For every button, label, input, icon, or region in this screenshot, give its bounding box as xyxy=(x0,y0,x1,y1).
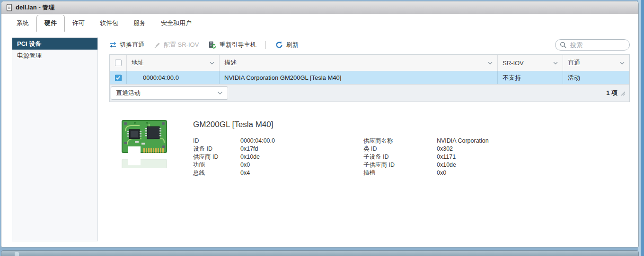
detail-label: 供应商名称 xyxy=(363,137,437,145)
pci-card-image xyxy=(121,118,168,177)
cell-passthrough: 活动 xyxy=(563,71,629,84)
select-all-checkbox[interactable] xyxy=(115,60,122,66)
item-count: 1 项 xyxy=(606,89,618,97)
host-icon xyxy=(6,4,12,11)
window-title: dell.lan - 管理 xyxy=(16,3,54,12)
tab-services[interactable]: 服务 xyxy=(126,15,153,32)
tab-system[interactable]: 系统 xyxy=(9,15,36,32)
column-header-address[interactable]: 地址 xyxy=(127,55,220,71)
select-all-cell xyxy=(110,55,127,71)
detail-value: 0x10de xyxy=(240,153,260,161)
sidebar-item-power-management[interactable]: 电源管理 xyxy=(12,50,97,61)
device-title: GM200GL [Tesla M40] xyxy=(193,120,489,129)
search-input[interactable] xyxy=(569,41,625,49)
table-header-row: 地址 描述 SR-IOV xyxy=(110,55,629,71)
toolbar-separator xyxy=(265,41,266,49)
reboot-host-icon xyxy=(208,41,216,49)
recent-tasks-icon xyxy=(15,252,19,256)
detail-label: 供应商 ID xyxy=(193,153,240,161)
tab-security-users[interactable]: 安全和用户 xyxy=(153,15,199,32)
details-left-column: ID0000:04:00.0 设备 ID0x17fd 供应商 ID0x10de … xyxy=(193,137,363,177)
resize-grip-icon[interactable] xyxy=(620,91,626,96)
detail-label: 插槽 xyxy=(363,169,437,177)
search-icon xyxy=(560,42,566,48)
row-select-cell xyxy=(110,71,127,84)
column-header-passthrough[interactable]: 直通 xyxy=(563,55,629,71)
column-header-sriov[interactable]: SR-IOV xyxy=(498,55,563,71)
tab-licensing[interactable]: 许可 xyxy=(65,15,92,32)
detail-value: 0x302 xyxy=(437,145,453,153)
cell-address: 0000:04:00.0 xyxy=(127,71,220,84)
tab-packages[interactable]: 软件包 xyxy=(92,15,126,32)
detail-label: ID xyxy=(193,137,240,145)
table-filter-bar: 直通活动 1 项 xyxy=(110,85,629,102)
tab-hardware[interactable]: 硬件 xyxy=(36,15,65,32)
toggle-passthrough-button[interactable]: 切换直通 xyxy=(109,41,144,49)
detail-label: 功能 xyxy=(193,161,240,169)
window-titlebar: dell.lan - 管理 xyxy=(1,1,638,14)
detail-value: NVIDIA Corporation xyxy=(437,137,489,145)
row-checkbox[interactable] xyxy=(115,75,122,81)
chevron-down-icon[interactable] xyxy=(488,61,493,65)
table-row[interactable]: 0000:04:00.0 NVIDIA Corporation GM200GL … xyxy=(110,71,629,85)
passthrough-filter-select[interactable]: 直通活动 xyxy=(111,86,228,100)
pencil-icon xyxy=(154,42,161,49)
detail-value: 0x0 xyxy=(437,169,446,177)
detail-value: 0x17fd xyxy=(240,145,258,153)
configure-sriov-button[interactable]: 配置 SR-IOV xyxy=(154,41,199,49)
column-header-description[interactable]: 描述 xyxy=(220,55,498,71)
refresh-icon xyxy=(275,41,283,49)
detail-label: 总线 xyxy=(193,169,240,177)
search-box xyxy=(555,39,630,51)
pci-devices-table: 地址 描述 SR-IOV xyxy=(109,54,630,102)
card-reflection xyxy=(121,156,168,168)
detail-value: 0x0 xyxy=(240,161,250,169)
hardware-sidebar: PCI 设备 电源管理 xyxy=(12,37,98,241)
manage-window: dell.lan - 管理 系统 硬件 许可 软件包 服务 安全和用户 PCI … xyxy=(1,1,639,247)
refresh-button[interactable]: 刷新 xyxy=(275,41,298,49)
chevron-down-icon xyxy=(217,91,223,95)
detail-label: 子设备 ID xyxy=(363,153,437,161)
detail-value: 0x1171 xyxy=(437,153,456,161)
pci-devices-panel: 切换直通 配置 SR-IOV xyxy=(109,37,630,177)
recent-tasks-bar[interactable] xyxy=(1,250,639,256)
device-details-text: GM200GL [Tesla M40] ID0000:04:00.0 设备 ID… xyxy=(193,118,489,177)
detail-label: 子供应商 ID xyxy=(363,161,437,169)
chevron-down-icon[interactable] xyxy=(210,61,214,65)
cell-sriov: 不支持 xyxy=(498,71,563,84)
pci-toolbar: 切换直通 配置 SR-IOV xyxy=(109,39,630,51)
detail-value: 0000:04:00.0 xyxy=(240,137,275,145)
details-right-column: 供应商名称NVIDIA Corporation 类 ID0x302 子设备 ID… xyxy=(363,137,489,177)
device-details: GM200GL [Tesla M40] ID0000:04:00.0 设备 ID… xyxy=(121,118,630,177)
detail-value: 0x4 xyxy=(240,169,250,177)
swap-arrows-icon xyxy=(109,41,117,49)
cell-description: NVIDIA Corporation GM200GL [Tesla M40] xyxy=(220,71,498,84)
chevron-down-icon[interactable] xyxy=(553,61,558,65)
reboot-host-button[interactable]: 重新引导主机 xyxy=(208,41,256,49)
detail-label: 类 ID xyxy=(363,145,437,153)
manage-tabbar: 系统 硬件 许可 软件包 服务 安全和用户 xyxy=(1,14,638,32)
sidebar-item-pci-devices[interactable]: PCI 设备 xyxy=(12,38,97,50)
chevron-down-icon[interactable] xyxy=(620,61,625,65)
detail-label: 设备 ID xyxy=(193,145,240,153)
detail-value: 0x10de xyxy=(437,161,456,169)
